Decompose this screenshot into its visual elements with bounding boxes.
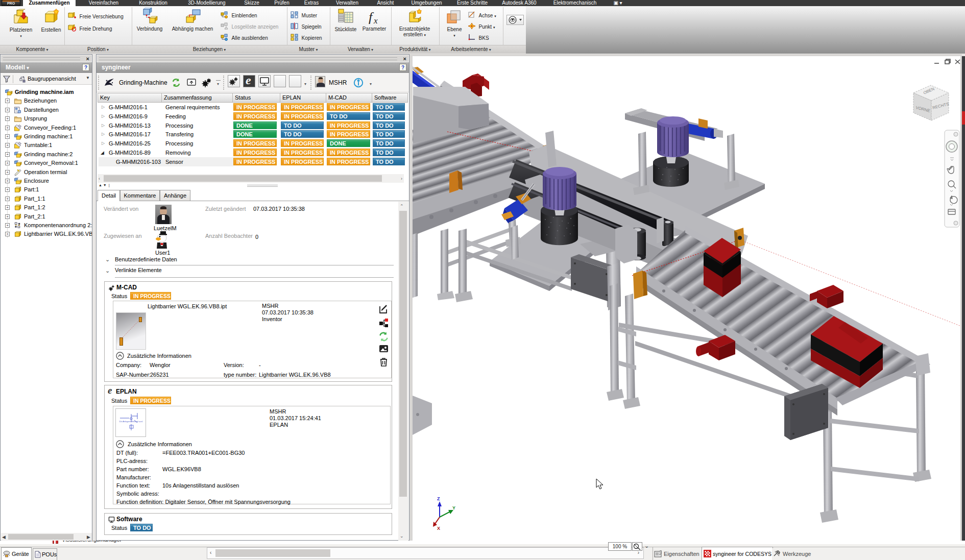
svg-text:10s Anlagenstillstand ausl.: 10s Anlagenstillstand ausl.	[119, 420, 143, 423]
svg-text:X: X	[437, 526, 440, 531]
svg-text:Z: Z	[437, 496, 440, 501]
svg-text:Y: Y	[452, 505, 455, 510]
svg-text:x: x	[373, 16, 378, 25]
